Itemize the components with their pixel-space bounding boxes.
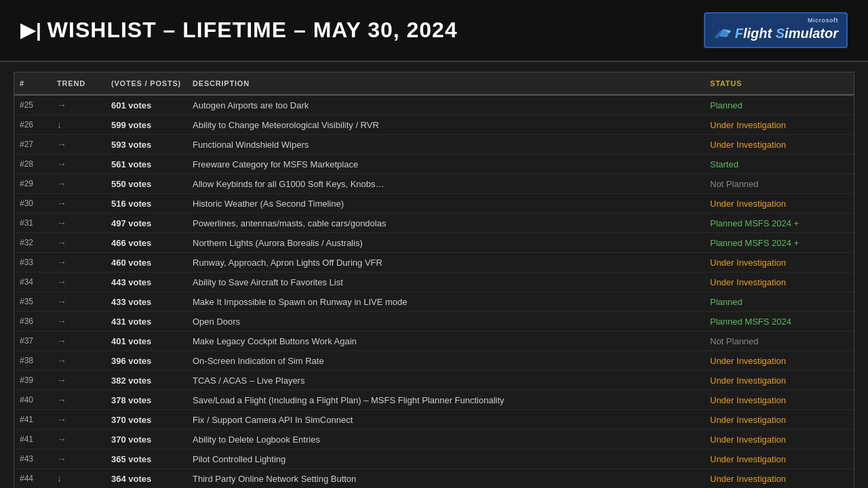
table-row: #35 → 433 votes Make It Impossible to Sp…	[14, 292, 854, 312]
cell-votes: 365 votes	[106, 454, 187, 464]
cell-votes: 466 votes	[106, 238, 187, 248]
cell-rank: #34	[14, 277, 52, 287]
cell-status: Under Investigation	[705, 454, 854, 464]
cell-desc: Pilot Controlled Lighting	[187, 454, 705, 464]
table-row: #37 → 401 votes Make Legacy Cockpit Butt…	[14, 331, 854, 351]
cell-status: Planned MSFS 2024	[705, 317, 854, 327]
cell-desc: Ability to Delete Logbook Entries	[187, 434, 705, 445]
cell-votes: 364 votes	[106, 474, 187, 484]
logo-microsoft: Microsoft	[808, 18, 838, 24]
arrow-icon: ▶|	[20, 19, 42, 41]
cell-trend: →	[52, 336, 106, 346]
cell-trend: →	[52, 394, 106, 405]
cell-status: Under Investigation	[705, 434, 854, 445]
cell-votes: 443 votes	[106, 277, 187, 287]
cell-desc: Ability to Save Aircraft to Favorites Li…	[187, 277, 705, 287]
cell-desc: Autogen Airports are too Dark	[187, 100, 705, 110]
cell-trend: →	[52, 178, 106, 189]
table-row: #26 ↓ 599 votes Ability to Change Meteor…	[14, 115, 854, 135]
cell-votes: 370 votes	[106, 434, 187, 445]
col-trend: TREND	[52, 79, 106, 87]
col-status: STATUS	[705, 79, 854, 87]
cell-trend: →	[52, 218, 106, 228]
table-row: #31 → 497 votes Powerlines, antennas/mas…	[14, 214, 854, 233]
logo-area: Microsoft Flight Simulator	[704, 12, 848, 48]
cell-rank: #40	[14, 395, 52, 405]
cell-status: Planned MSFS 2024 +	[705, 238, 854, 248]
table-row: #27 → 593 votes Functional Windshield Wi…	[14, 135, 854, 155]
table-row: #28 → 561 votes Freeware Category for MS…	[14, 155, 854, 174]
cell-rank: #29	[14, 179, 52, 188]
cell-desc: Third Party Online Network Setting Butto…	[187, 474, 705, 484]
cell-votes: 433 votes	[106, 297, 187, 307]
col-desc: DESCRIPTION	[187, 79, 705, 87]
table-row: #29 → 550 votes Allow Keybinds for all G…	[14, 174, 854, 194]
logo-box: Microsoft Flight Simulator	[704, 12, 848, 48]
cell-rank: #27	[14, 140, 52, 149]
cell-trend: →	[52, 375, 106, 386]
table-row: #38 → 396 votes On-Screen Indication of …	[14, 351, 854, 371]
cell-votes: 599 votes	[106, 120, 187, 130]
cell-rank: #41	[14, 434, 52, 444]
cell-rank: #38	[14, 356, 52, 365]
cell-status: Under Investigation	[705, 258, 854, 268]
cell-trend: →	[52, 316, 106, 327]
title-text: WISHLIST – LIFETIME – MAY 30, 2024	[47, 18, 458, 43]
cell-rank: #41	[14, 415, 52, 424]
cell-desc: TCAS / ACAS – Live Players	[187, 375, 705, 386]
cell-votes: 561 votes	[106, 159, 187, 169]
cell-desc: Freeware Category for MSFS Marketplace	[187, 159, 705, 169]
cell-votes: 550 votes	[106, 179, 187, 189]
cell-desc: Open Doors	[187, 317, 705, 327]
cell-desc: Save/Load a Flight (Including a Flight P…	[187, 395, 705, 405]
col-rank: #	[14, 79, 52, 87]
cell-trend: →	[52, 159, 106, 169]
cell-rank: #26	[14, 120, 52, 129]
cell-desc: Make Legacy Cockpit Buttons Work Again	[187, 336, 705, 346]
cell-rank: #31	[14, 218, 52, 228]
cell-rank: #35	[14, 297, 52, 306]
table-header: # TREND (VOTES / POSTS) DESCRIPTION STAT…	[14, 73, 854, 96]
table-container: # TREND (VOTES / POSTS) DESCRIPTION STAT…	[14, 72, 854, 488]
cell-trend: →	[52, 139, 106, 150]
cell-trend: →	[52, 100, 106, 110]
cell-trend: →	[52, 453, 106, 464]
cell-status: Under Investigation	[705, 474, 854, 484]
cell-status: Under Investigation	[705, 375, 854, 386]
cell-status: Planned MSFS 2024 +	[705, 218, 854, 228]
table-row: #43 → 365 votes Pilot Controlled Lightin…	[14, 449, 854, 469]
cell-trend: →	[52, 296, 106, 307]
cell-desc: Allow Keybinds for all G1000 Soft Keys, …	[187, 179, 705, 189]
cell-desc: Make It Impossible to Spawn on Runway in…	[187, 297, 705, 307]
cell-status: Started	[705, 159, 854, 169]
table-row: #25 → 601 votes Autogen Airports are too…	[14, 96, 854, 115]
cell-status: Under Investigation	[705, 277, 854, 287]
table-body: #25 → 601 votes Autogen Airports are too…	[14, 96, 854, 488]
cell-votes: 601 votes	[106, 100, 187, 110]
cell-desc: Powerlines, antennas/masts, cable cars/g…	[187, 218, 705, 228]
cell-status: Under Investigation	[705, 356, 854, 366]
cell-rank: #39	[14, 375, 52, 385]
table-row: #41 → 370 votes Fix / Support Camera API…	[14, 410, 854, 430]
table-row: #40 → 378 votes Save/Load a Flight (Incl…	[14, 390, 854, 410]
cell-status: Under Investigation	[705, 415, 854, 425]
cell-desc: Historic Weather (As Second Timeline)	[187, 199, 705, 209]
table-row: #34 → 443 votes Ability to Save Aircraft…	[14, 272, 854, 292]
cell-trend: →	[52, 277, 106, 287]
logo-fs-text: Flight Simulator	[735, 26, 838, 40]
cell-votes: 516 votes	[106, 199, 187, 209]
cell-desc: Functional Windshield Wipers	[187, 140, 705, 150]
cell-desc: On-Screen Indication of Sim Rate	[187, 356, 705, 366]
col-votes: (VOTES / POSTS)	[106, 79, 187, 87]
cell-rank: #43	[14, 454, 52, 464]
cell-votes: 460 votes	[106, 258, 187, 268]
cell-votes: 593 votes	[106, 140, 187, 150]
cell-status: Under Investigation	[705, 199, 854, 209]
cell-trend: →	[52, 257, 106, 268]
table-row: #44 ↓ 364 votes Third Party Online Netwo…	[14, 469, 854, 488]
cell-rank: #25	[14, 100, 52, 110]
cell-trend: →	[52, 414, 106, 425]
cell-votes: 431 votes	[106, 317, 187, 327]
page-title: ▶| WISHLIST – LIFETIME – MAY 30, 2024	[20, 18, 458, 43]
cell-desc: Ability to Change Meteorological Visibil…	[187, 120, 705, 130]
